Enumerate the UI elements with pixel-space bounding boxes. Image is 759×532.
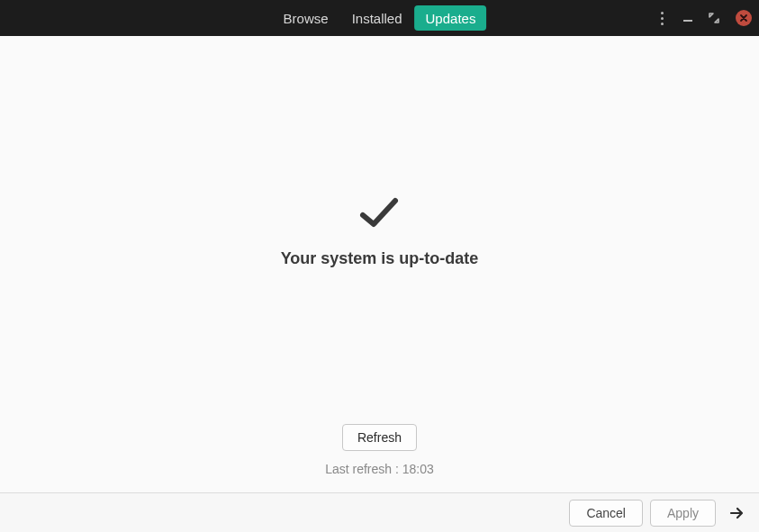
maximize-button[interactable] — [709, 13, 719, 23]
status-heading: Your system is up-to-date — [281, 249, 479, 268]
close-button[interactable] — [736, 10, 752, 26]
tab-installed[interactable]: Installed — [341, 5, 413, 31]
refresh-button[interactable]: Refresh — [342, 424, 417, 451]
arrow-right-icon — [728, 505, 745, 521]
tab-group: Browse Installed Updates — [272, 0, 488, 36]
kebab-menu-icon[interactable] — [657, 8, 667, 29]
maximize-icon — [709, 13, 719, 23]
minimize-icon — [683, 20, 692, 22]
tab-browse[interactable]: Browse — [273, 5, 339, 31]
window-controls — [657, 0, 752, 36]
tab-updates[interactable]: Updates — [415, 5, 487, 31]
minimize-button[interactable] — [683, 14, 692, 22]
last-refresh-text: Last refresh : 18:03 — [325, 462, 434, 476]
main-content: Your system is up-to-date Refresh Last r… — [0, 36, 759, 492]
cancel-button[interactable]: Cancel — [569, 500, 643, 527]
close-icon — [739, 14, 748, 23]
header-bar: Browse Installed Updates — [0, 0, 759, 36]
apply-button: Apply — [650, 500, 716, 527]
next-button[interactable] — [723, 500, 750, 527]
bottom-info: Refresh Last refresh : 18:03 — [325, 424, 434, 476]
footer-bar: Cancel Apply — [0, 492, 759, 532]
checkmark-icon — [359, 197, 399, 233]
status-block: Your system is up-to-date — [281, 197, 479, 268]
